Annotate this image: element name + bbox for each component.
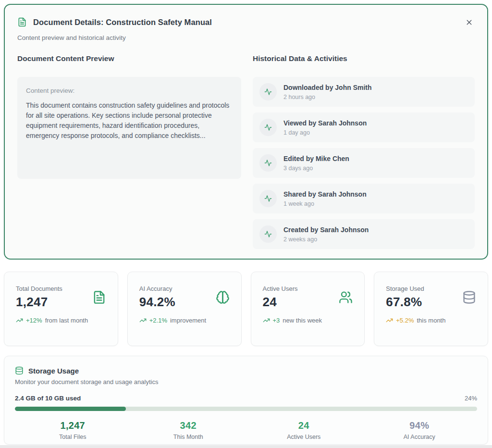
storage-stat-ai-accuracy: 94% AI Accuracy <box>362 420 478 440</box>
storage-stat-value: 94% <box>362 420 478 431</box>
stat-trend: +5.2% this month <box>386 317 476 324</box>
storage-usage-card: Storage Usage Monitor your document stor… <box>4 356 488 445</box>
activity-title: Shared by Sarah Johnson <box>283 190 367 198</box>
activity-item: Viewed by Sarah Johnson 1 day ago <box>253 112 475 142</box>
activities-heading: Historical Data & Activities <box>253 54 475 63</box>
content-preview-body: This document contains construction safe… <box>26 100 233 141</box>
storage-stat-label: AI Accuracy <box>362 434 478 440</box>
storage-stats-row: 1,247 Total Files 342 This Month 24 Acti… <box>15 420 477 440</box>
stat-label: Storage Used <box>386 285 424 292</box>
modal-body: Document Content Preview Content preview… <box>17 54 475 249</box>
modal-title: Document Details: Construction Safety Ma… <box>33 18 212 27</box>
content-preview-label: Content preview: <box>26 87 233 94</box>
stat-label: Active Users <box>263 285 298 292</box>
activity-time: 2 weeks ago <box>283 236 369 243</box>
stat-trend: +12% from last month <box>16 317 106 324</box>
storage-stat-value: 24 <box>246 420 362 431</box>
activity-title: Created by Sarah Johnson <box>283 226 369 234</box>
trending-up-icon <box>139 317 147 324</box>
users-icon <box>339 290 353 304</box>
activity-title: Downloaded by John Smith <box>283 84 372 91</box>
trend-value: +5.2% <box>396 317 414 324</box>
activity-text: Viewed by Sarah Johnson 1 day ago <box>283 119 367 136</box>
storage-progress-bar <box>15 407 477 411</box>
activity-text: Edited by Mike Chen 3 days ago <box>283 155 349 172</box>
storage-stat-total-files: 1,247 Total Files <box>15 420 131 440</box>
activity-title: Edited by Mike Chen <box>283 155 349 162</box>
stat-card-active-users: Active Users 24 +3 new this week <box>251 272 365 346</box>
usage-percent: 24% <box>465 395 477 402</box>
storage-progress-fill <box>15 407 126 411</box>
page-bottom-edge <box>0 445 492 448</box>
activity-icon <box>259 83 277 100</box>
stat-value: 94.2% <box>139 295 175 310</box>
brain-icon <box>216 290 230 304</box>
storage-stat-value: 1,247 <box>15 420 131 431</box>
activity-time: 1 day ago <box>283 129 367 136</box>
trend-value: +12% <box>26 317 42 324</box>
activity-text: Shared by Sarah Johnson 1 week ago <box>283 190 367 207</box>
close-icon <box>465 18 473 26</box>
trend-suffix: from last month <box>45 317 88 324</box>
trending-up-icon <box>386 317 393 324</box>
activity-list: Downloaded by John Smith 2 hours ago Vie… <box>253 77 475 249</box>
trend-value: +2.1% <box>149 317 167 324</box>
file-text-icon <box>92 290 106 304</box>
activity-icon <box>259 225 277 243</box>
content-preview-column: Document Content Preview Content preview… <box>17 54 241 249</box>
activity-icon <box>259 119 277 136</box>
activities-column: Historical Data & Activities Downloaded … <box>253 54 475 249</box>
activity-icon <box>259 190 277 207</box>
activity-time: 2 hours ago <box>283 94 372 100</box>
storage-stat-value: 342 <box>131 420 246 431</box>
trend-suffix: improvement <box>170 317 206 324</box>
storage-stat-active-users: 24 Active Users <box>246 420 362 440</box>
activity-item: Edited by Mike Chen 3 days ago <box>253 148 475 178</box>
modal-header: Document Details: Construction Safety Ma… <box>17 16 475 28</box>
stat-trend: +2.1% improvement <box>139 317 230 324</box>
activity-icon <box>259 154 277 172</box>
storage-title: Storage Usage <box>28 367 79 375</box>
activity-item: Created by Sarah Johnson 2 weeks ago <box>253 219 475 249</box>
activity-text: Created by Sarah Johnson 2 weeks ago <box>283 226 369 243</box>
stat-cards-row: Total Documents 1,247 +12% from last mon… <box>4 272 488 346</box>
storage-stat-label: Active Users <box>246 434 362 440</box>
stat-trend: +3 new this week <box>263 317 353 324</box>
database-icon <box>15 366 24 375</box>
stat-label: Total Documents <box>16 285 62 292</box>
trending-up-icon <box>263 317 270 324</box>
trend-suffix: this month <box>417 317 445 324</box>
usage-row: 2.4 GB of 10 GB used 24% <box>15 395 477 402</box>
activity-item: Shared by Sarah Johnson 1 week ago <box>253 184 475 213</box>
storage-stat-label: This Month <box>131 434 246 440</box>
stat-value: 1,247 <box>16 295 62 310</box>
stat-card-total-documents: Total Documents 1,247 +12% from last mon… <box>4 272 118 346</box>
stat-value: 67.8% <box>386 295 424 310</box>
storage-stat-this-month: 342 This Month <box>131 420 246 440</box>
stat-value: 24 <box>263 295 298 310</box>
activity-item: Downloaded by John Smith 2 hours ago <box>253 77 475 107</box>
storage-subtitle: Monitor your document storage and usage … <box>15 378 477 386</box>
storage-stat-label: Total Files <box>15 434 131 440</box>
storage-header: Storage Usage <box>15 366 477 375</box>
activity-time: 1 week ago <box>283 200 367 207</box>
modal-subtitle: Content preview and historical activity <box>17 34 475 41</box>
file-text-icon <box>17 17 27 27</box>
stat-label: AI Accuracy <box>139 285 175 292</box>
database-icon <box>462 290 476 304</box>
trend-value: +3 <box>273 317 280 324</box>
document-details-modal: Document Details: Construction Safety Ma… <box>4 4 488 260</box>
close-button[interactable] <box>463 16 475 28</box>
activity-title: Viewed by Sarah Johnson <box>283 119 367 127</box>
stat-card-ai-accuracy: AI Accuracy 94.2% +2.1% improvement <box>127 272 242 346</box>
usage-label: 2.4 GB of 10 GB used <box>15 395 81 402</box>
document-dashboard-page: Document Details: Construction Safety Ma… <box>0 0 492 448</box>
trending-up-icon <box>16 317 23 324</box>
content-preview-heading: Document Content Preview <box>17 54 241 63</box>
stat-card-storage-used: Storage Used 67.8% +5.2% this month <box>374 272 488 346</box>
activity-time: 3 days ago <box>283 165 349 172</box>
content-preview-box: Content preview: This document contains … <box>17 77 241 179</box>
activity-text: Downloaded by John Smith 2 hours ago <box>283 84 372 100</box>
trend-suffix: new this week <box>283 317 322 324</box>
